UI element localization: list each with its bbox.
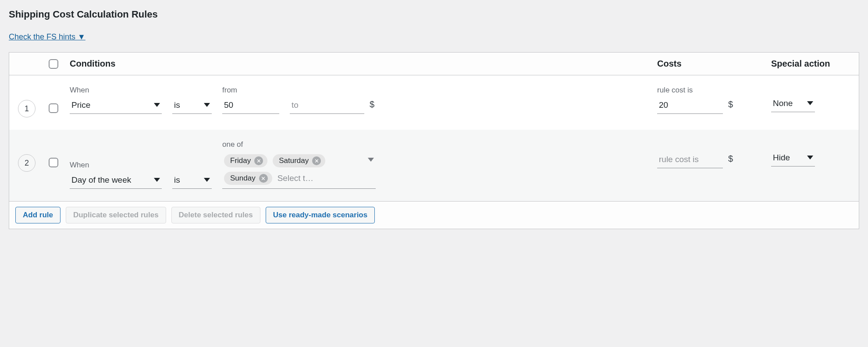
when-select[interactable]: Price <box>70 97 162 114</box>
special-action-value: Hide <box>773 153 790 163</box>
add-rule-button[interactable]: Add rule <box>15 207 60 223</box>
tag-label: Sunday <box>230 174 256 183</box>
column-header-conditions: Conditions <box>70 59 657 69</box>
when-value: Price <box>71 100 90 110</box>
when-value: Day of the week <box>71 175 131 185</box>
when-label: When <box>70 161 162 170</box>
from-input[interactable]: 50 <box>222 97 279 114</box>
rule-index-badge: 2 <box>18 154 36 172</box>
duplicate-rules-button[interactable]: Duplicate selected rules <box>66 207 166 223</box>
use-scenarios-button[interactable]: Use ready-made scenarios <box>266 207 375 223</box>
column-header-costs: Costs <box>657 59 771 69</box>
special-action-select[interactable]: Hide <box>771 150 815 166</box>
remove-tag-icon[interactable]: ✕ <box>254 156 263 165</box>
currency-symbol: $ <box>370 99 374 114</box>
when-select[interactable]: Day of the week <box>70 172 162 189</box>
chevron-down-icon <box>154 178 160 182</box>
chevron-down-icon <box>154 103 160 107</box>
operator-select[interactable]: is <box>172 172 212 189</box>
when-label: When <box>70 86 162 95</box>
special-action-select[interactable]: None <box>771 96 815 112</box>
currency-symbol: $ <box>728 99 733 114</box>
to-input[interactable]: to <box>290 97 364 114</box>
tags-placeholder: Select t… <box>277 174 313 183</box>
rule-select-checkbox[interactable] <box>49 158 58 167</box>
tag-chip: Sunday ✕ <box>224 172 272 185</box>
rules-table-header: Conditions Costs Special action <box>9 53 859 75</box>
rule-index-badge: 1 <box>18 100 36 117</box>
remove-tag-icon[interactable]: ✕ <box>259 174 268 183</box>
select-all-checkbox[interactable] <box>49 59 58 69</box>
tag-label: Friday <box>230 156 251 165</box>
fs-hints-link[interactable]: Check the FS hints ▼ <box>9 32 85 42</box>
column-header-special-action: Special action <box>771 59 850 69</box>
operator-select[interactable]: is <box>172 97 212 114</box>
operator-value: is <box>174 100 180 110</box>
tag-chip: Saturday ✕ <box>273 154 325 167</box>
tag-label: Saturday <box>279 156 309 165</box>
chevron-down-icon <box>204 178 210 182</box>
cost-input[interactable]: rule cost is <box>657 152 723 168</box>
from-value: 50 <box>224 100 233 110</box>
page-title: Shipping Cost Calculation Rules <box>9 9 859 20</box>
delete-rules-button[interactable]: Delete selected rules <box>171 207 260 223</box>
rule-cost-label: rule cost is <box>657 86 723 95</box>
to-placeholder: to <box>292 100 299 110</box>
tags-multiselect[interactable]: Friday ✕ Saturday ✕ Sunday ✕ Select t… <box>222 152 376 189</box>
operator-value: is <box>174 175 180 185</box>
one-of-label: one of <box>222 140 376 149</box>
cost-value: 20 <box>659 100 668 110</box>
currency-symbol: $ <box>728 154 733 168</box>
chevron-down-icon <box>807 156 813 159</box>
rules-table: Conditions Costs Special action 1 When P… <box>9 52 859 229</box>
special-action-value: None <box>773 99 793 108</box>
rule-select-checkbox[interactable] <box>49 103 58 113</box>
remove-tag-icon[interactable]: ✕ <box>312 156 321 165</box>
chevron-down-icon <box>204 103 210 107</box>
chevron-down-icon <box>807 101 813 105</box>
rules-footer: Add rule Duplicate selected rules Delete… <box>9 201 859 229</box>
rule-row: 2 When Day of the week is <box>9 130 859 201</box>
tag-chip: Friday ✕ <box>224 154 267 167</box>
chevron-down-icon <box>368 158 374 162</box>
rule-row: 1 When Price is <box>9 75 859 130</box>
cost-placeholder: rule cost is <box>659 155 699 164</box>
cost-input[interactable]: 20 <box>657 97 723 114</box>
from-label: from <box>222 86 279 95</box>
